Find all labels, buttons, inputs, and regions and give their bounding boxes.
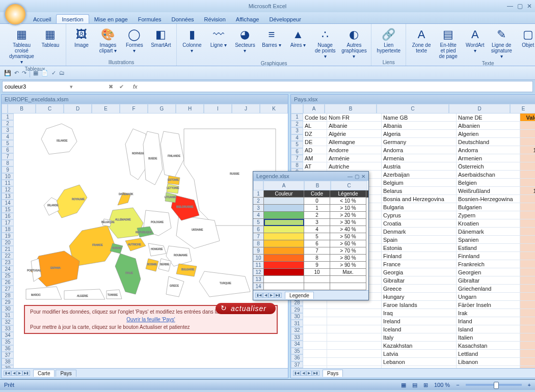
toolbar-icon[interactable]: 📄 [41,70,48,76]
data-cell[interactable]: Albanien [457,122,520,130]
data-cell[interactable] [303,366,327,368]
data-cell[interactable]: Frankreich [457,260,520,268]
select-all-cell[interactable] [291,104,303,114]
table-row[interactable]: ADAndorreAndorraAndorra12,00 [303,146,535,154]
data-cell[interactable]: Andorre [327,146,382,154]
table-row[interactable]: DEAllemagneGermanyDeutschland5,00 [303,138,535,146]
header-cell[interactable]: Nom FR [327,114,382,122]
col-header[interactable]: J [232,104,260,114]
tab-nav-prev-icon[interactable]: ◀ [11,371,17,376]
ribbon-tab-révision[interactable]: Révision [199,15,231,23]
data-cell[interactable]: Griechenland [457,285,520,293]
data-cell[interactable] [303,342,327,350]
data-cell[interactable]: Gibraltar [457,276,520,285]
sheet-tab-pays[interactable]: Pays [323,370,343,377]
name-box-input[interactable] [3,82,68,91]
row-header[interactable]: 38 [2,358,14,365]
data-cell[interactable]: Färöer Inseln [457,301,520,309]
data-cell[interactable]: 7,44 [520,162,535,171]
colonne-button[interactable]: ▮Colonne ▾ [180,26,204,54]
zoom-out-icon[interactable]: − [456,382,459,388]
ribbon-tab-affichage[interactable]: Affichage [231,15,264,23]
autres-button[interactable]: ◐Autres graphiques ▾ [340,26,368,60]
data-cell[interactable]: AD [303,146,327,154]
view-layout-icon[interactable]: ▤ [412,382,417,388]
data-cell[interactable]: Bosnia and Herzegovina [382,195,457,203]
tab-nav-last-icon[interactable]: ▶▮ [312,371,319,376]
data-cell[interactable]: 0,00 [520,252,535,260]
row-header[interactable]: 25 [2,272,14,279]
data-cell[interactable] [303,358,327,366]
row-header[interactable]: 29 [291,306,303,313]
undo-icon[interactable]: ↶ [14,70,19,76]
row-header[interactable]: 28 [2,292,14,299]
ribbon-tab-formules[interactable]: Formules [133,15,167,23]
view-break-icon[interactable]: ⊞ [423,382,428,388]
data-cell[interactable]: Georgien [457,268,520,276]
toolbar-icon[interactable]: ▦ [33,70,38,76]
data-cell[interactable]: 4,22 [520,350,535,358]
ribbon-tab-accueil[interactable]: Accueil [28,15,56,23]
images-clipart-button[interactable]: 🎨Images clipart ▾ [96,26,120,54]
col-header[interactable]: B [8,104,36,114]
data-cell[interactable]: 0,00 [520,366,535,368]
office-button[interactable] [4,3,26,25]
data-cell[interactable]: 3,22 [520,171,535,179]
row-header[interactable]: 3 [2,127,14,133]
data-cell[interactable]: Allemagne [327,138,382,146]
row-header[interactable]: 8 [2,160,14,166]
data-cell[interactable]: Bulgaria [382,203,457,211]
row-header[interactable]: 26 [2,279,14,286]
open-pays-link[interactable]: Ouvrir la feuille 'Pays' [126,317,175,322]
window-title-right[interactable]: Pays.xlsx [291,95,535,104]
data-cell[interactable]: Weißrußland [457,187,520,195]
data-cell[interactable]: Croatia [382,219,457,228]
table-row[interactable]: IrelandIrland0,00 [303,317,535,325]
hypertexte-button[interactable]: 🔗Lien hypertexte [374,26,403,54]
data-cell[interactable]: Libyan Arab Jamahiriya [382,366,457,368]
data-cell[interactable]: Irak [457,309,520,317]
zoom-level[interactable]: 100 % [434,382,450,388]
row-header[interactable]: 33 [2,325,14,332]
data-cell[interactable]: Iceland [382,325,457,333]
data-cell[interactable]: Italy [382,333,457,342]
row-header[interactable]: 32 [291,327,303,334]
data-cell[interactable]: Algérie [327,130,382,138]
zoom-slider[interactable] [466,384,522,386]
entete-button[interactable]: ▤En-tête et pied de page [436,26,461,60]
row-header[interactable]: 16 [2,213,14,219]
data-cell[interactable] [327,325,382,333]
map-chart[interactable]: ISLANDE NORVEGE SUEDE FINLANDE RUSSIE RO… [14,114,288,368]
row-header[interactable]: 34 [2,332,14,339]
data-cell[interactable]: 0,00 [520,342,535,350]
maximize-icon[interactable]: ▢ [355,174,359,179]
data-cell[interactable]: 0,00 [520,293,535,301]
row-header[interactable]: 18 [2,226,14,233]
data-cell[interactable]: AM [303,154,327,162]
row-header[interactable]: 23 [2,259,14,266]
row-header[interactable]: 1 [291,114,303,121]
legend-row[interactable]: 53> 30 % [253,219,368,226]
table-row[interactable]: ATAutricheAustriaÖsterreich7,44 [303,162,535,171]
smartart-button[interactable]: ◧SmartArt [149,26,173,49]
toolbar-icon[interactable]: ✓ [51,70,56,76]
data-cell[interactable]: Kasachstan [457,342,520,350]
row-header[interactable]: 31 [2,312,14,319]
data-cell[interactable]: Estland [457,244,520,252]
data-cell[interactable]: Andorra [382,146,457,154]
header-cell[interactable]: Code Iso [303,114,327,122]
tab-nav-prev-icon[interactable]: ◀ [301,371,306,376]
legend-row[interactable]: 42> 20 % [253,212,368,219]
secteurs-button[interactable]: ◕Secteurs ▾ [233,26,257,54]
row-header[interactable]: 37 [2,352,14,358]
legend-row[interactable]: 75> 50 % [253,233,368,240]
row-header[interactable]: 2 [2,120,14,127]
wordart-button[interactable]: AWordArt ▾ [463,26,487,54]
col-header[interactable]: D [449,104,510,114]
legend-row[interactable]: 1210Max. [253,269,368,276]
data-cell[interactable]: Bulgarien [457,203,520,211]
col-header[interactable]: C [377,104,449,114]
data-cell[interactable]: Belgien [457,179,520,187]
data-cell[interactable] [327,342,382,350]
legend-row[interactable]: 119> 90 % [253,262,368,269]
